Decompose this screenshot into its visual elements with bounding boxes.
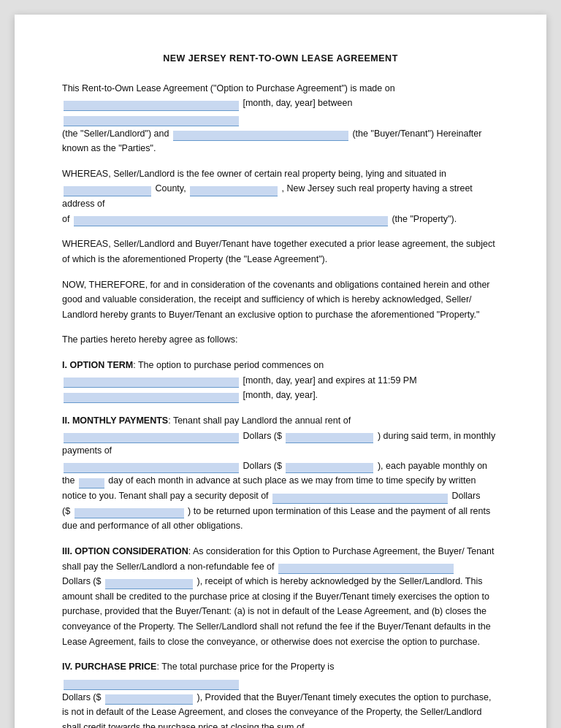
county-name-field[interactable]: [64, 186, 151, 196]
city-field[interactable]: [190, 186, 278, 196]
section3-paragraph: III. OPTION CONSIDERATION: As considerat…: [62, 544, 499, 649]
day-of-month-field[interactable]: [79, 478, 104, 488]
section2-dollars2: Dollars ($: [243, 461, 282, 471]
section4-text: : The total purchase price for the Prope…: [156, 662, 334, 672]
section1-paragraph: I. OPTION TERM: The option to purchase p…: [62, 358, 499, 403]
party-field-1[interactable]: [64, 116, 239, 126]
section3-dollars: Dollars ($: [62, 576, 102, 586]
section2-parens: ($: [62, 506, 70, 516]
section2-dollars3: Dollars: [452, 491, 481, 501]
section1-header: I. OPTION TERM: [62, 360, 133, 370]
section4-header: IV. PURCHASE PRICE: [62, 662, 156, 672]
section2-paragraph: II. MONTHLY PAYMENTS: Tenant shall pay L…: [62, 413, 499, 534]
option-start-date[interactable]: [64, 378, 239, 388]
whereas1-text: WHEREAS, Seller/Landlord is the fee owne…: [62, 169, 446, 179]
section4-dollars1: Dollars ($: [62, 692, 102, 702]
party-field-2[interactable]: [173, 131, 348, 141]
now-therefore-text: NOW, THEREFORE, for and in consideration…: [62, 280, 490, 320]
section1-field2: [month, day, year].: [243, 390, 318, 400]
intro-text-3: (the "Seller/Landlord") and: [62, 129, 169, 139]
section1-field1: [month, day, year] and expires at 11:59 …: [243, 375, 416, 386]
purchase-price-numbers[interactable]: [105, 694, 193, 705]
section2-header: II. MONTHLY PAYMENTS: [62, 415, 168, 426]
document-title: NEW JERSEY RENT-TO-OWN LEASE AGREEMENT: [62, 51, 499, 66]
annual-rent-words[interactable]: [64, 433, 239, 443]
parties-agree-text: The parties hereto hereby agree as follo…: [62, 334, 237, 345]
section1-text: : The option to purchase period commence…: [133, 360, 324, 370]
section3-header: III. OPTION CONSIDERATION: [62, 546, 188, 556]
monthly-rent-words[interactable]: [64, 463, 239, 473]
option-end-date[interactable]: [64, 393, 239, 403]
now-therefore-paragraph: NOW, THEREFORE, for and in consideration…: [62, 277, 499, 323]
of-label: of: [62, 214, 72, 224]
document-page: NEW JERSEY RENT-TO-OWN LEASE AGREEMENT T…: [15, 15, 546, 728]
purchase-price-words[interactable]: [64, 680, 239, 690]
property-label: (the "Property").: [392, 214, 457, 224]
whereas2-text: WHEREAS, Seller/Landlord and Buyer/Tenan…: [62, 239, 495, 264]
address-field[interactable]: [74, 216, 388, 226]
date-field-1[interactable]: [64, 101, 239, 111]
security-deposit-words[interactable]: [272, 494, 448, 504]
option-fee-numbers[interactable]: [105, 579, 193, 589]
intro-paragraph: This Rent-to-Own Lease Agreement ("Optio…: [62, 81, 499, 156]
option-fee-words[interactable]: [278, 564, 454, 574]
annual-rent-numbers[interactable]: [286, 433, 373, 443]
intro-text-2: [month, day, year] between: [243, 98, 352, 108]
county-label: County,: [155, 183, 186, 194]
whereas1-paragraph: WHEREAS, Seller/Landlord is the fee owne…: [62, 166, 499, 227]
intro-text: This Rent-to-Own Lease Agreement ("Optio…: [62, 83, 395, 93]
section4-paragraph: IV. PURCHASE PRICE: The total purchase p…: [62, 659, 499, 728]
whereas2-paragraph: WHEREAS, Seller/Landlord and Buyer/Tenan…: [62, 237, 499, 267]
section2-dollars1: Dollars ($: [243, 431, 282, 441]
section2-text: : Tenant shall pay Landlord the annual r…: [168, 415, 351, 426]
security-deposit-numbers[interactable]: [75, 508, 184, 518]
parties-agree-paragraph: The parties hereto hereby agree as follo…: [62, 332, 499, 348]
monthly-rent-numbers[interactable]: [286, 463, 373, 473]
